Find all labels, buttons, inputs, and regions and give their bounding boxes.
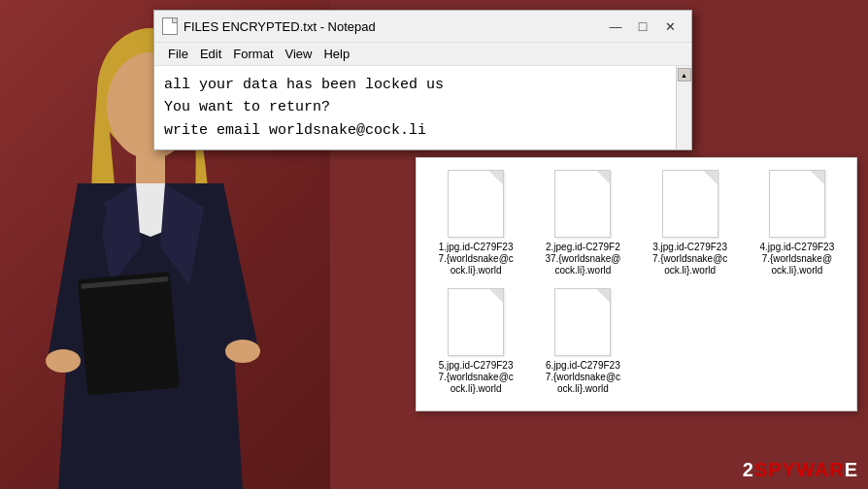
notepad-title: FILES ENCRYPTED.txt - Notepad [184, 19, 376, 34]
file-label-6: 6.jpg.id-C279F237.{worldsnake@cock.li}.w… [546, 360, 620, 395]
file-label-1: 1.jpg.id-C279F237.{worldsnake@cock.li}.w… [438, 242, 513, 277]
svg-point-4 [225, 340, 260, 363]
file-icon-1 [448, 170, 504, 238]
maximize-button[interactable]: □ [629, 16, 656, 37]
file-item-empty-1 [643, 288, 738, 395]
files-grid: 1.jpg.id-C279F237.{worldsnake@cock.li}.w… [428, 170, 845, 395]
window-controls: — □ ✕ [602, 16, 684, 37]
svg-point-3 [46, 349, 81, 373]
scroll-up-arrow[interactable]: ▲ [678, 68, 691, 82]
file-label-2: 2.jpeg.id-C279F237.{worldsnake@cock.li}.… [545, 242, 620, 277]
file-icon [162, 17, 178, 35]
file-item-6[interactable]: 6.jpg.id-C279F237.{worldsnake@cock.li}.w… [535, 288, 630, 395]
svg-rect-2 [136, 154, 165, 183]
menu-help[interactable]: Help [317, 46, 355, 62]
file-item-1[interactable]: 1.jpg.id-C279F237.{worldsnake@cock.li}.w… [428, 170, 523, 277]
menu-edit[interactable]: Edit [194, 46, 227, 62]
file-item-4[interactable]: 4.jpg.id-C279F237.{worldsnake@ock.li}.wo… [750, 170, 845, 277]
watermark-suffix: E [845, 459, 858, 480]
file-item-empty-2 [750, 288, 845, 395]
file-item-3[interactable]: 3.jpg.id-C279F237.{worldsnake@cock.li}.w… [643, 170, 738, 277]
file-label-4: 4.jpg.id-C279F237.{worldsnake@ock.li}.wo… [760, 242, 835, 277]
file-icon-3 [662, 170, 718, 238]
scrollbar[interactable]: ▲ [676, 66, 691, 149]
file-item-5[interactable]: 5.jpg.id-C279F237.{worldsnake@cock.li}.w… [428, 288, 523, 395]
watermark: 2SPYWARE [743, 459, 858, 481]
file-icon-4 [769, 170, 825, 238]
minimize-button[interactable]: — [602, 16, 629, 37]
watermark-prefix: 2 [743, 459, 754, 480]
close-button[interactable]: ✕ [656, 16, 684, 37]
titlebar-left: FILES ENCRYPTED.txt - Notepad [162, 17, 376, 35]
content-line3: write email worldsnake@cock.li [164, 119, 666, 142]
file-label-5: 5.jpg.id-C279F237.{worldsnake@cock.li}.w… [438, 360, 513, 395]
file-label-3: 3.jpg.id-C279F237.{worldsnake@cock.li}.w… [652, 242, 727, 277]
file-icon-2 [554, 170, 611, 238]
content-line2: You want to return? [164, 96, 666, 118]
notepad-titlebar: FILES ENCRYPTED.txt - Notepad — □ ✕ [154, 11, 691, 43]
file-item-2[interactable]: 2.jpeg.id-C279F237.{worldsnake@cock.li}.… [535, 170, 630, 277]
notepad-content[interactable]: all your data has been locked us You wan… [154, 66, 676, 149]
menu-view[interactable]: View [280, 46, 318, 62]
notepad-content-wrapper: all your data has been locked us You wan… [154, 66, 691, 149]
svg-rect-5 [78, 272, 180, 396]
content-line1: all your data has been locked us [164, 74, 666, 96]
menu-format[interactable]: Format [227, 46, 279, 62]
file-icon-5 [448, 288, 504, 356]
menu-file[interactable]: File [162, 46, 194, 62]
notepad-menubar: File Edit Format View Help [154, 43, 691, 66]
watermark-brand: SPYWAR [754, 459, 845, 480]
file-explorer: 1.jpg.id-C279F237.{worldsnake@cock.li}.w… [416, 157, 857, 411]
file-icon-6 [554, 288, 611, 356]
notepad-window: FILES ENCRYPTED.txt - Notepad — □ ✕ File… [153, 10, 692, 150]
